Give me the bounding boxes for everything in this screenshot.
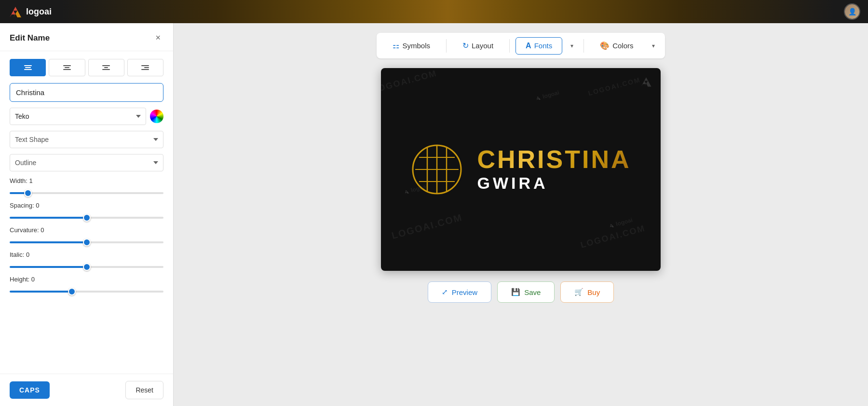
spacing-slider-section: Spacing: 0 bbox=[10, 202, 163, 221]
toolbar: ⚏ Symbols ↻ Layout A Fonts ▾ 🎨 Colors ▾ bbox=[377, 33, 665, 58]
alignment-row bbox=[10, 59, 163, 76]
text-shape-row: Text Shape Arc Up Arc Down Circle bbox=[10, 131, 163, 148]
height-slider[interactable] bbox=[10, 291, 163, 293]
buy-icon: 🛒 bbox=[574, 288, 583, 296]
align-right-button[interactable] bbox=[127, 59, 163, 76]
user-avatar[interactable]: 👤 bbox=[844, 3, 860, 20]
layout-icon: ↻ bbox=[462, 41, 469, 50]
topbar: logoai 👤 bbox=[0, 0, 868, 23]
text-shape-select[interactable]: Text Shape Arc Up Arc Down Circle bbox=[10, 131, 163, 148]
svg-marker-7 bbox=[406, 189, 409, 194]
name-input[interactable] bbox=[10, 83, 163, 102]
align-left-button[interactable] bbox=[10, 59, 46, 76]
content-area: ⚏ Symbols ↻ Layout A Fonts ▾ 🎨 Colors ▾ bbox=[174, 23, 868, 406]
colors-chevron[interactable]: ▾ bbox=[648, 40, 659, 52]
colors-icon: 🎨 bbox=[600, 41, 610, 50]
fonts-chevron[interactable]: ▾ bbox=[566, 40, 578, 52]
outline-select[interactable]: Outline None Shadow Glow bbox=[10, 154, 163, 171]
preview-icon: ⤢ bbox=[442, 288, 448, 296]
height-slider-section: Height: 0 bbox=[10, 276, 163, 294]
align-left-icon bbox=[24, 65, 32, 70]
spacing-slider[interactable] bbox=[10, 217, 163, 219]
symbols-icon: ⚏ bbox=[393, 41, 399, 50]
sidebar-title: Edit Name bbox=[10, 33, 50, 43]
height-label: Height: 0 bbox=[10, 276, 163, 283]
fonts-icon: A bbox=[526, 42, 531, 50]
svg-marker-3 bbox=[537, 96, 541, 101]
watermark-brand-1: logoai bbox=[534, 89, 560, 102]
save-icon: 💾 bbox=[511, 288, 520, 296]
svg-marker-8 bbox=[641, 77, 648, 86]
outline-row: Outline None Shadow Glow bbox=[10, 154, 163, 171]
svg-marker-0 bbox=[10, 7, 17, 17]
align-spaced-button[interactable] bbox=[88, 59, 124, 76]
fonts-button[interactable]: A Fonts bbox=[515, 37, 562, 55]
preview-button[interactable]: ⤢ Preview bbox=[428, 281, 491, 303]
bottom-row: CAPS Reset bbox=[0, 374, 173, 406]
logo-area: logoai bbox=[8, 4, 52, 19]
avatar-image: 👤 bbox=[845, 4, 859, 19]
colors-button[interactable]: 🎨 Colors bbox=[590, 37, 643, 55]
corner-logo-icon bbox=[639, 75, 653, 90]
symbols-button[interactable]: ⚏ Symbols bbox=[382, 37, 440, 55]
font-row: Teko Roboto Open Sans Montserrat bbox=[10, 108, 163, 125]
width-slider-section: Width: 1 bbox=[10, 177, 163, 196]
sidebar-content: Teko Roboto Open Sans Montserrat Text Sh… bbox=[0, 51, 173, 374]
curvature-label: Curvature: 0 bbox=[10, 226, 163, 234]
main-layout: Edit Name × bbox=[0, 23, 868, 406]
spacing-label: Spacing: 0 bbox=[10, 202, 163, 209]
italic-label: Italic: 0 bbox=[10, 251, 163, 258]
logo-text-area: CHRISTINA GWIRA bbox=[477, 147, 631, 193]
logo-content: CHRISTINA GWIRA bbox=[410, 143, 631, 196]
watermark-4: LOGOAI.COM bbox=[580, 223, 647, 250]
italic-slider-section: Italic: 0 bbox=[10, 251, 163, 270]
svg-marker-5 bbox=[610, 223, 614, 228]
close-button[interactable]: × bbox=[152, 32, 163, 44]
svg-marker-2 bbox=[535, 96, 539, 101]
logo-surname: GWIRA bbox=[477, 174, 631, 193]
logo-canvas: LOGOAI.COM LOGOAI.COM LOGOAI.COM LOGOAI.… bbox=[381, 68, 661, 271]
reset-button[interactable]: Reset bbox=[125, 381, 163, 399]
align-center-button[interactable] bbox=[49, 59, 85, 76]
action-buttons: ⤢ Preview 💾 Save 🛒 Buy bbox=[428, 281, 614, 303]
logo-symbol bbox=[410, 143, 463, 196]
italic-slider[interactable] bbox=[10, 266, 163, 268]
watermark-brand-2: logoai bbox=[608, 216, 633, 229]
align-spaced-icon bbox=[102, 65, 110, 70]
width-label: Width: 1 bbox=[10, 177, 163, 184]
toolbar-divider-1 bbox=[446, 39, 447, 53]
align-center-icon bbox=[63, 65, 71, 70]
curvature-slider-section: Curvature: 0 bbox=[10, 226, 163, 245]
caps-button[interactable]: CAPS bbox=[10, 381, 50, 399]
watermark-2: LOGOAI.COM bbox=[587, 76, 641, 97]
layout-button[interactable]: ↻ Layout bbox=[452, 37, 503, 55]
logoai-icon bbox=[8, 4, 23, 19]
svg-marker-6 bbox=[404, 190, 408, 195]
width-slider[interactable] bbox=[10, 192, 163, 194]
buy-button[interactable]: 🛒 Buy bbox=[560, 281, 614, 303]
logo-main-name: CHRISTINA bbox=[477, 147, 631, 172]
toolbar-divider-2 bbox=[509, 39, 510, 53]
color-wheel-icon[interactable] bbox=[150, 110, 163, 123]
svg-marker-4 bbox=[609, 224, 612, 228]
toolbar-divider-3 bbox=[583, 39, 584, 53]
align-right-icon bbox=[141, 65, 149, 70]
logoai-text: logoai bbox=[26, 7, 52, 17]
font-select[interactable]: Teko Roboto Open Sans Montserrat bbox=[10, 108, 146, 125]
sidebar-header: Edit Name × bbox=[0, 23, 173, 51]
curvature-slider[interactable] bbox=[10, 241, 163, 243]
sidebar: Edit Name × bbox=[0, 23, 174, 406]
watermark-3: LOGOAI.COM bbox=[391, 212, 464, 241]
topbar-gradient bbox=[61, 0, 834, 23]
watermark-1: LOGOAI.COM bbox=[381, 68, 438, 95]
save-button[interactable]: 💾 Save bbox=[497, 281, 555, 303]
